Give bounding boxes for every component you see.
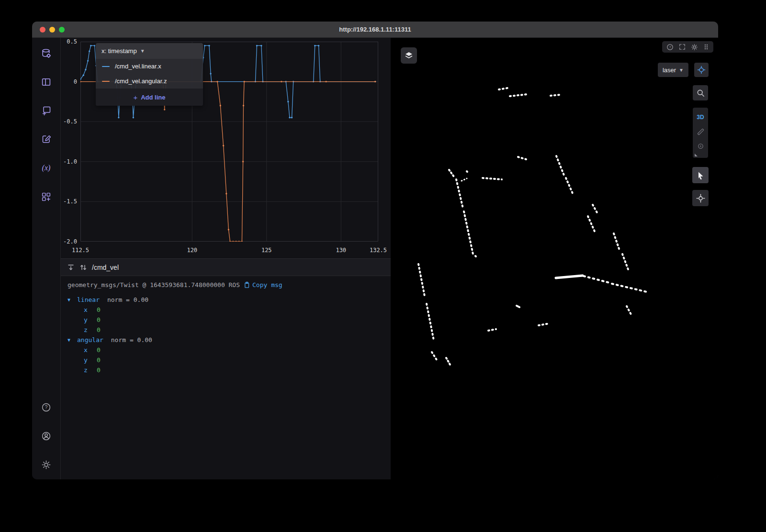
x-tick-label: 112.5 [72,247,89,254]
tree-field-row: x0 [68,305,384,315]
copy-msg-button[interactable]: Copy msg [244,281,282,288]
y-tick-label: -2.0 [63,238,77,245]
zoom-window-button[interactable] [59,27,65,33]
plot-legend: x: timestamp ▼ /cmd_vel.linear.x/cmd_vel… [96,43,203,106]
y-tick-label: -1.0 [63,158,77,165]
move-camera-button[interactable] [692,190,709,206]
field-value: 0 [97,316,101,323]
x-tick-label: 132.5 [370,247,387,254]
tree-field-row: z0 [68,325,384,335]
legend-series-row[interactable]: /cmd_vel.linear.x [96,59,203,74]
view-tools: 3D [693,108,708,158]
field-value: 0 [97,366,101,374]
x-axis-labels: 112.5120125130132.5 [80,247,378,255]
plot-panel: 0.50-0.5-1.0-1.5-2.0 112.5120125130132.5… [61,38,391,259]
field-key: x [84,346,97,354]
field-value: 0 [97,356,101,364]
tree-field-row: x0 [68,345,384,355]
tree-field-row: z0 [68,365,384,375]
copy-msg-label: Copy msg [252,281,282,288]
group-norm: norm = 0.00 [111,336,152,344]
expand-corner-icon [695,154,698,156]
frame-select[interactable]: laser ▼ [658,63,688,77]
edit-panel-icon[interactable] [37,130,56,149]
laser-scan-points [391,38,718,479]
account-icon[interactable] [37,426,56,445]
y-tick-label: -1.5 [63,198,77,205]
layers-button[interactable] [401,47,417,64]
group-norm: norm = 0.00 [107,296,148,303]
grip-icon[interactable] [703,44,709,50]
field-key: z [84,326,97,333]
tree-field-row: y0 [68,355,384,365]
x-tick-label: 125 [261,247,272,254]
group-name: angular [77,336,103,344]
panel-toolbar: ? [662,41,713,53]
settings-icon[interactable] [37,455,56,474]
dock-icon[interactable] [67,264,75,271]
close-window-button[interactable] [40,27,45,33]
y-axis-labels: 0.50-0.5-1.0-1.5-2.0 [61,42,79,242]
search-button[interactable] [693,85,708,100]
x-tick-label: 130 [336,247,346,254]
tree-group-row[interactable]: ▼linearnorm = 0.00 [68,295,384,305]
window-title: http://192.168.1.11:11311 [339,26,411,33]
x-axis-selector-label: x: timestamp [101,47,137,55]
variables-icon[interactable]: (x) [37,158,56,177]
field-key: y [84,356,97,364]
field-key: y [84,316,97,323]
series-label: /cmd_vel.angular.z [115,78,167,85]
series-label: /cmd_vel.linear.x [115,63,161,70]
collapse-caret-icon[interactable]: ▼ [68,337,77,343]
series-color-swatch [102,66,110,67]
chevron-down-icon: ▼ [140,48,145,54]
sidebar: (x) ? [32,38,61,479]
legend-series-row[interactable]: /cmd_vel.angular.z [96,74,203,89]
topic-name[interactable]: /cmd_vel [92,264,119,271]
tree-group-row[interactable]: ▼angularnorm = 0.00 [68,335,384,345]
add-line-label: Add line [141,94,165,101]
legend-series-list: /cmd_vel.linear.x/cmd_vel.angular.z [96,59,203,89]
ruler-icon[interactable] [693,124,708,139]
field-value: 0 [97,346,101,354]
minimize-window-button[interactable] [49,27,55,33]
field-key: z [84,366,97,374]
left-pane: 0.50-0.5-1.0-1.5-2.0 112.5120125130132.5… [61,38,391,479]
layouts-icon[interactable] [37,72,56,91]
scan-3d-pane[interactable]: ? [391,38,718,479]
add-line-button[interactable]: + Add line [96,89,203,106]
x-axis-selector[interactable]: x: timestamp ▼ [96,43,203,59]
field-key: x [84,306,97,313]
extensions-icon[interactable] [37,187,56,206]
group-name: linear [77,296,100,303]
fullscreen-icon[interactable] [679,44,686,50]
message-meta-row: geometry_msgs/Twist @ 1643593681.7480000… [68,281,384,288]
y-tick-label: -0.5 [63,118,77,125]
svg-text:?: ? [45,404,48,410]
collapse-caret-icon[interactable]: ▼ [68,297,77,302]
raw-messages-body: geometry_msgs/Twist @ 1643593681.7480000… [61,276,391,380]
help-icon[interactable]: ? [37,398,56,417]
series-color-swatch [102,81,110,82]
x-tick-label: 120 [187,247,197,254]
target-icon[interactable] [693,139,708,153]
raw-messages-panel: /cmd_vel geometry_msgs/Twist @ 164359368… [61,259,391,479]
y-tick-label: 0 [74,78,77,85]
data-source-icon[interactable] [37,44,56,63]
app-window: http://192.168.1.11:11311 [32,22,718,479]
select-tool-button[interactable] [692,167,709,183]
message-tree: ▼linearnorm = 0.00x0y0z0▼angularnorm = 0… [68,295,384,375]
titlebar: http://192.168.1.11:11311 [32,22,718,38]
sort-icon[interactable] [79,264,87,271]
plus-icon: + [133,93,137,101]
field-value: 0 [97,326,101,333]
raw-messages-header: /cmd_vel [61,259,391,276]
traffic-lights [40,22,65,37]
toggle-3d-button[interactable]: 3D [693,110,708,124]
svg-text:?: ? [669,45,671,49]
panel-help-icon[interactable]: ? [666,44,674,51]
panel-settings-icon[interactable] [691,44,698,51]
follow-frame-button[interactable] [694,63,709,77]
frame-select-label: laser [663,66,676,74]
add-panel-icon[interactable] [37,101,56,120]
